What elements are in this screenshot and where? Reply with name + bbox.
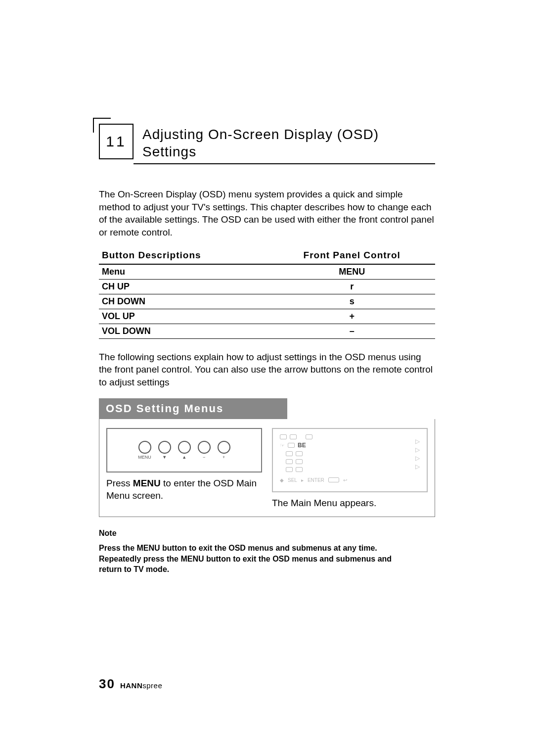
cell-ctrl: r xyxy=(268,279,435,294)
return-icon: ↩ xyxy=(343,477,347,483)
intro-paragraph: The On-Screen Display (OSD) menu system … xyxy=(99,188,435,239)
cell-ctrl: – xyxy=(268,324,435,338)
table-row: CH UP r xyxy=(99,279,435,294)
cell-desc: CH UP xyxy=(99,279,268,294)
page-number: 30 xyxy=(99,676,115,692)
chapter-number-box: 11 xyxy=(99,124,134,159)
table-row: VOL UP + xyxy=(99,309,435,324)
panel-btn-label: + xyxy=(222,455,225,460)
screen-row xyxy=(280,434,420,440)
chapter-heading: 11 Adjusting On-Screen Display (OSD) Set… xyxy=(99,124,435,164)
chevron-right-icon: ▷ xyxy=(415,446,420,453)
left-caption-prefix: Press xyxy=(106,478,133,488)
cell-ctrl: s xyxy=(268,294,435,309)
panel-menu-button: MENU xyxy=(138,441,151,460)
mid-paragraph: The following sections explain how to ad… xyxy=(99,351,435,389)
note-heading: Note xyxy=(99,529,435,538)
panel-button-row: MENU ▼ ▲ − + xyxy=(138,441,230,460)
front-panel-illustration: MENU ▼ ▲ − + xyxy=(106,428,262,472)
menu-chip-icon xyxy=(328,477,339,482)
osd-footer-row: ◆SEL ▸ENTER ↩ xyxy=(280,477,420,483)
page-footer: 30 HANNspree xyxy=(99,676,162,692)
brand-bold: HANN xyxy=(120,681,142,690)
osd-icon xyxy=(286,451,293,456)
osd-icon xyxy=(306,434,312,439)
osd-icon xyxy=(296,467,303,472)
table-row: VOL DOWN – xyxy=(99,324,435,338)
osd-icon xyxy=(290,434,297,439)
chapter-number: 11 xyxy=(106,133,126,150)
circle-icon xyxy=(158,441,171,454)
right-caption: The Main Menu appears. xyxy=(272,497,428,510)
table-row: CH DOWN s xyxy=(99,294,435,309)
brand-light: spree xyxy=(142,681,162,690)
chevron-right-icon: ▷ xyxy=(415,455,420,462)
left-caption: Press MENU to enter the OSD Main Menu sc… xyxy=(106,477,262,502)
footer-label: ENTER xyxy=(308,477,324,483)
panel-btn-label: ▼ xyxy=(162,455,167,460)
cell-desc: CH DOWN xyxy=(99,294,268,309)
screen-row xyxy=(280,451,420,457)
osd-left-column: MENU ▼ ▲ − + Press MENU to enter the OSD… xyxy=(106,428,262,510)
panel-up-button: ▲ xyxy=(178,441,191,460)
note-body: Press the MENU button to exit the OSD me… xyxy=(99,543,415,575)
osd-icon xyxy=(296,459,303,464)
left-caption-bold: MENU xyxy=(133,478,161,488)
osd-icon xyxy=(286,467,293,472)
arrow-indicators: ▷ ▷ ▷ ▷ xyxy=(415,438,420,470)
chevron-right-icon: ▷ xyxy=(415,438,420,445)
osd-section-block: MENU ▼ ▲ − + Press MENU to enter the OSD… xyxy=(99,419,435,517)
screen-row xyxy=(280,467,420,472)
circle-icon xyxy=(138,441,151,454)
osd-icon xyxy=(280,434,287,439)
cell-desc: VOL UP xyxy=(99,309,268,324)
osd-icon xyxy=(286,459,293,464)
chevron-right-icon: ▷ xyxy=(415,463,420,470)
table-header-row: Button Descriptions Front Panel Control xyxy=(99,249,435,264)
play-icon: ▸ xyxy=(301,477,304,483)
osd-section-title-bar: OSD Setting Menus xyxy=(99,398,287,419)
screen-row xyxy=(280,459,420,465)
circle-icon xyxy=(178,441,191,454)
button-descriptions-table: Button Descriptions Front Panel Control … xyxy=(99,249,435,339)
chapter-title-text: Adjusting On-Screen Display (OSD) Settin… xyxy=(142,126,435,160)
manual-page: 11 Adjusting On-Screen Display (OSD) Set… xyxy=(0,0,534,756)
circle-icon xyxy=(198,441,211,454)
panel-minus-button: − xyxy=(198,441,211,460)
cell-desc: Menu xyxy=(99,264,268,280)
chapter-title: Adjusting On-Screen Display (OSD) Settin… xyxy=(134,124,435,164)
updown-icon: ◆ xyxy=(280,477,284,483)
panel-btn-label: MENU xyxy=(138,455,151,460)
pointer-icon: ☞ xyxy=(280,442,285,449)
header-descriptions: Button Descriptions xyxy=(99,249,268,264)
panel-down-button: ▼ xyxy=(158,441,171,460)
osd-screen-illustration: ☞BE ▷ ▷ ▷ ▷ ◆SEL ▸ENTER ↩ xyxy=(272,428,428,492)
cell-ctrl: + xyxy=(268,309,435,324)
panel-btn-label: ▲ xyxy=(182,455,186,460)
cell-desc: VOL DOWN xyxy=(99,324,268,338)
panel-btn-label: − xyxy=(203,455,205,460)
footer-label: SEL xyxy=(288,477,297,483)
table-row: Menu MENU xyxy=(99,264,435,280)
panel-plus-button: + xyxy=(218,441,230,460)
cell-ctrl: MENU xyxy=(268,264,435,280)
circle-icon xyxy=(218,441,230,454)
osd-icon xyxy=(288,443,295,448)
osd-right-column: ☞BE ▷ ▷ ▷ ▷ ◆SEL ▸ENTER ↩ The Main Menu … xyxy=(272,428,428,510)
osd-icon xyxy=(296,451,303,456)
header-front-panel: Front Panel Control xyxy=(268,249,435,264)
osd-label: BE xyxy=(298,442,306,449)
brand-logo: HANNspree xyxy=(120,681,162,690)
screen-row: ☞BE xyxy=(280,442,420,449)
